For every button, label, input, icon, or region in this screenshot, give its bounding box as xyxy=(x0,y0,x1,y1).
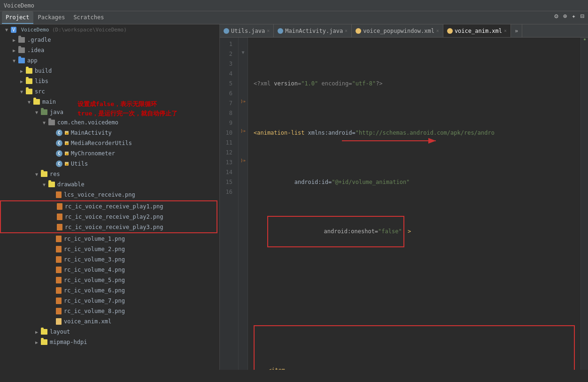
tab-voice-anim-xml[interactable]: voice_anim.xml × xyxy=(443,24,511,37)
drawable-label: drawable xyxy=(57,181,85,188)
volume-2-label: rc_ic_volume_2.png xyxy=(64,246,125,252)
code-line-3: android:id= "@+id/volume_animation" xyxy=(254,177,575,187)
tab-project[interactable]: Project xyxy=(2,11,33,24)
layout-folder-icon xyxy=(41,329,47,335)
fold-9 xyxy=(239,116,248,126)
layout-label: layout xyxy=(50,329,70,335)
line-num-9: 9 xyxy=(224,118,234,128)
tree-rc-play1[interactable]: rc_ic_voice_receive_play1.png xyxy=(1,201,217,212)
volume-7-label: rc_ic_volume_7.png xyxy=(64,298,125,304)
tab-more[interactable]: » xyxy=(511,24,522,37)
layout-arrow xyxy=(34,329,39,335)
line-num-1: 1 xyxy=(224,39,234,49)
tree-java[interactable]: java xyxy=(0,107,219,117)
fold-13: )» xyxy=(239,156,248,166)
fold-10: )» xyxy=(239,126,248,136)
libs-folder-icon xyxy=(26,78,32,84)
code-line-4: android:oneshot="false" > xyxy=(254,227,575,237)
volume-6-icon xyxy=(56,287,62,294)
highlighted-files-group: rc_ic_voice_receive_play1.png rc_ic_voic… xyxy=(0,200,217,233)
fold-12 xyxy=(239,146,248,156)
tree-layout[interactable]: layout xyxy=(0,327,219,337)
tree-package[interactable]: com.chen.voicedemo xyxy=(0,117,219,128)
tree-root[interactable]: V VoiceDemo (D:\workspace\VoiceDemo) xyxy=(0,24,219,35)
tree-rc-play2[interactable]: rc_ic_voice_receive_play2.png xyxy=(1,212,217,222)
volume-8-icon xyxy=(56,308,62,314)
gutter-indicator-top xyxy=(584,38,586,40)
fold-4 xyxy=(239,67,248,77)
fold-2[interactable]: ▼ xyxy=(239,47,248,57)
drawable-folder-icon xyxy=(48,182,55,187)
tree-res[interactable]: res xyxy=(0,169,219,179)
tree-libs[interactable]: libs xyxy=(0,76,219,86)
tree-volume-7[interactable]: rc_ic_volume_7.png xyxy=(0,296,219,306)
tree-lcs-voice[interactable]: lcs_voice_receive.png xyxy=(0,190,219,200)
volume-5-label: rc_ic_volume_5.png xyxy=(64,277,125,283)
line-num-2: 2 xyxy=(224,49,234,59)
tree-volume-1[interactable]: rc_ic_volume_1.png xyxy=(0,234,219,244)
utils-java-close[interactable]: × xyxy=(267,28,270,33)
mediarecorder-class-icon: C xyxy=(56,140,62,146)
voice-popup-close[interactable]: × xyxy=(436,28,439,33)
voice-anim-close[interactable]: × xyxy=(504,28,507,33)
root-label: V VoiceDemo (D:\workspace\VoiceDemo) xyxy=(11,27,127,33)
tree-drawable[interactable]: drawable xyxy=(0,179,219,190)
res-label: res xyxy=(50,171,60,177)
mychronometer-lock-icon: 🔒 xyxy=(65,152,69,155)
tree-idea[interactable]: .idea xyxy=(0,45,219,55)
toolbar-settings-btn[interactable]: ✦ xyxy=(570,11,577,24)
code-line-5 xyxy=(254,276,575,286)
code-editor[interactable]: 1 2 3 4 5 6 7 8 9 10 11 12 13 14 xyxy=(220,38,588,370)
editor-tab-bar: Utils.java × MainActivity.java × voice_p… xyxy=(220,24,588,38)
rc-play1-label: rc_ic_voice_receive_play1.png xyxy=(65,203,163,210)
line-num-8: 8 xyxy=(224,108,234,118)
code-line-2: <animation-list xmlns:android= "http://s… xyxy=(254,128,575,138)
tree-volume-6[interactable]: rc_ic_volume_6.png xyxy=(0,285,219,296)
tree-rc-play3[interactable]: rc_ic_voice_receive_play3.png xyxy=(1,222,217,232)
tree-volume-4[interactable]: rc_ic_volume_4.png xyxy=(0,265,219,275)
line-num-12: 12 xyxy=(224,148,234,158)
tree-utils[interactable]: C 🔒 Utils xyxy=(0,159,219,169)
tree-mainactivity[interactable]: C 🔒 MainActivity xyxy=(0,128,219,138)
rc-play3-icon xyxy=(57,224,62,230)
tree-gradle[interactable]: .gradle xyxy=(0,35,219,45)
tree-voice-anim[interactable]: voice_anim.xml xyxy=(0,316,219,327)
tree-volume-8[interactable]: rc_ic_volume_8.png xyxy=(0,306,219,316)
tree-mediarecorder[interactable]: C 🔒 MediaRecorderUtils xyxy=(0,138,219,148)
tree-volume-3[interactable]: rc_ic_volume_3.png xyxy=(0,254,219,265)
tab-voice-popup-xml[interactable]: voice_popupwindow.xml × xyxy=(352,24,443,37)
tab-packages[interactable]: Packages xyxy=(34,11,69,24)
fold-8 xyxy=(239,107,248,116)
line-num-11: 11 xyxy=(224,138,234,148)
tree-volume-5[interactable]: rc_ic_volume_5.png xyxy=(0,275,219,285)
tab-scratches[interactable]: Scratches xyxy=(70,11,108,24)
toolbar-sync-btn[interactable]: ⚙ xyxy=(552,11,560,24)
code-content[interactable]: <?xml version="1.0" encoding="utf-8"?> <… xyxy=(248,38,580,370)
res-arrow xyxy=(34,172,39,177)
toolbar-add-btn[interactable]: ⊕ xyxy=(561,11,569,24)
tree-src[interactable]: src xyxy=(0,86,219,97)
gradle-arrow xyxy=(11,38,17,43)
editor-area: Utils.java × MainActivity.java × voice_p… xyxy=(220,24,588,370)
mainactivity-class-icon: C xyxy=(56,130,62,136)
line-num-14: 14 xyxy=(224,168,234,177)
line-num-5: 5 xyxy=(224,79,234,89)
toolbar-layout-btn[interactable]: ⊟ xyxy=(579,11,586,24)
tab-utils-java[interactable]: Utils.java × xyxy=(220,24,274,37)
tree-mipmap[interactable]: mipmap-hdpi xyxy=(0,337,219,347)
app-arrow xyxy=(11,58,17,63)
tab-mainactivity-java[interactable]: MainActivity.java × xyxy=(274,24,352,37)
lcs-voice-label: lcs_voice_receive.png xyxy=(64,191,135,198)
voice-anim-tab-icon xyxy=(447,28,453,34)
tree-mychronometer[interactable]: C 🔒 MyChronometer xyxy=(0,148,219,159)
tree-build[interactable]: build xyxy=(0,66,219,76)
tree-volume-2[interactable]: rc_ic_volume_2.png xyxy=(0,244,219,254)
idea-arrow xyxy=(11,48,17,53)
tree-main[interactable]: main xyxy=(0,97,219,107)
mainactivity-java-close[interactable]: × xyxy=(345,28,348,33)
fold-5 xyxy=(239,77,248,87)
voice-anim-icon xyxy=(56,318,62,325)
tree-app[interactable]: app xyxy=(0,55,219,66)
res-folder-icon xyxy=(41,171,47,177)
java-arrow xyxy=(34,110,39,115)
